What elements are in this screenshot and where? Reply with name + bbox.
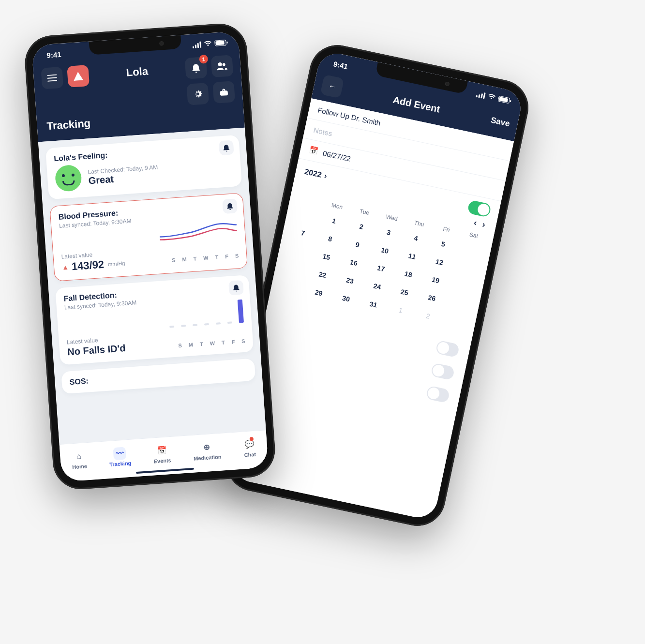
- home-icon: ⌂: [72, 449, 86, 463]
- status-time: 9:41: [333, 60, 349, 71]
- calendar-icon: 📅: [155, 444, 168, 457]
- tab-chat[interactable]: 💬 Chat: [242, 437, 256, 458]
- calendar-icon: 📅: [308, 146, 319, 156]
- all-day-toggle[interactable]: [467, 200, 492, 218]
- calendar-day[interactable]: 1: [387, 301, 415, 320]
- calendar-day[interactable]: 26: [418, 289, 446, 308]
- card-bell-button[interactable]: [219, 140, 234, 155]
- notifications-button[interactable]: 1: [185, 57, 208, 79]
- calendar-day[interactable]: 4: [402, 229, 430, 248]
- people-button[interactable]: [210, 55, 233, 77]
- calendar-day[interactable]: 8: [316, 229, 344, 248]
- calendar-day[interactable]: 23: [336, 271, 364, 290]
- calendar-day[interactable]: 16: [340, 254, 368, 272]
- month-label[interactable]: 2022 ›: [304, 167, 328, 180]
- gear-icon: [193, 89, 203, 99]
- card-bell-button[interactable]: [222, 198, 238, 214]
- signal-icon: [192, 41, 201, 48]
- calendar-day[interactable]: 30: [332, 289, 360, 308]
- calendar-day[interactable]: 12: [425, 253, 453, 271]
- tab-home[interactable]: ⌂ Home: [71, 449, 87, 470]
- chevron-right-icon: ›: [323, 171, 328, 180]
- day-labels: SMTWTFS: [172, 253, 239, 263]
- back-button[interactable]: ←: [320, 75, 345, 99]
- wifi-icon: [487, 93, 496, 101]
- bp-sparkline: [159, 220, 238, 242]
- option-toggle-2[interactable]: [431, 362, 455, 380]
- page-title: Lola: [93, 63, 181, 81]
- calendar-day[interactable]: 1: [320, 211, 348, 230]
- sos-card[interactable]: SOS:: [61, 359, 255, 394]
- calendar-day[interactable]: 15: [312, 248, 340, 267]
- feeling-card[interactable]: Lola's Feeling: Last Checked: Today, 9 A…: [45, 135, 242, 200]
- bell-icon: [223, 144, 230, 152]
- bell-icon: [191, 63, 200, 73]
- menu-button[interactable]: [41, 67, 63, 90]
- medication-icon: ⊕: [200, 440, 213, 454]
- people-icon: [216, 62, 227, 70]
- calendar-prev-button[interactable]: ‹: [473, 218, 478, 228]
- tab-events[interactable]: 📅 Events: [152, 444, 171, 464]
- calendar-day[interactable]: 5: [429, 235, 457, 254]
- fall-detection-card[interactable]: Fall Detection: Last synced: Today, 9:30…: [55, 275, 254, 365]
- tab-tracking[interactable]: 〰 Tracking: [108, 446, 132, 467]
- warning-icon: [73, 72, 83, 81]
- calendar-day[interactable]: 31: [360, 295, 388, 314]
- home-indicator: [136, 468, 194, 474]
- settings-button[interactable]: [186, 83, 209, 105]
- bp-value: 143/92: [71, 258, 105, 273]
- calendar-day[interactable]: 22: [308, 266, 336, 285]
- option-toggle-1[interactable]: [435, 340, 460, 358]
- phone-tracking: 9:41 Lola: [23, 22, 277, 491]
- action-icon: [219, 87, 229, 97]
- calendar-day[interactable]: 19: [421, 271, 450, 290]
- calendar-day[interactable]: 29: [305, 284, 333, 302]
- calendar-day[interactable]: 10: [371, 241, 399, 260]
- notification-badge: 1: [199, 55, 208, 64]
- calendar-day[interactable]: 18: [394, 265, 422, 284]
- calendar-day[interactable]: 2: [347, 217, 375, 236]
- more-button[interactable]: [212, 81, 235, 104]
- calendar-day[interactable]: 17: [367, 259, 395, 278]
- tracking-icon: 〰: [113, 447, 126, 460]
- option-toggle-3[interactable]: [426, 385, 450, 403]
- blood-pressure-card[interactable]: Blood Pressure: Last synced: Today, 9:30…: [49, 193, 248, 282]
- bp-unit: mm/Hg: [108, 260, 125, 267]
- tab-medication[interactable]: ⊕ Medication: [193, 440, 222, 461]
- bell-icon: [226, 202, 234, 210]
- calendar-day[interactable]: 7: [289, 224, 317, 242]
- hamburger-icon: [47, 75, 57, 82]
- battery-icon: [214, 40, 226, 46]
- save-button[interactable]: Save: [490, 115, 510, 129]
- calendar-day[interactable]: 25: [390, 283, 419, 302]
- alert-button[interactable]: [67, 65, 90, 88]
- arrow-left-icon: ←: [328, 81, 337, 91]
- card-title: SOS:: [69, 366, 247, 387]
- warning-icon: ▲: [62, 263, 69, 271]
- wifi-icon: [204, 41, 212, 47]
- day-labels: SMTWTFS: [178, 338, 245, 349]
- chat-unread-dot: [249, 437, 254, 441]
- status-time: 9:41: [46, 50, 61, 59]
- calendar-day[interactable]: 2: [414, 307, 442, 326]
- bell-icon: [232, 284, 240, 292]
- calendar-day[interactable]: 24: [363, 277, 391, 296]
- card-bell-button[interactable]: [228, 280, 244, 296]
- calendar-day[interactable]: 11: [398, 247, 426, 266]
- calendar-next-button[interactable]: ›: [481, 220, 486, 230]
- calendar-day[interactable]: 9: [344, 235, 372, 254]
- smiley-icon: [54, 165, 82, 193]
- battery-icon: [498, 96, 510, 104]
- date-value: 06/27/22: [322, 149, 352, 163]
- calendar-day[interactable]: 3: [375, 223, 403, 242]
- signal-icon: [476, 91, 485, 99]
